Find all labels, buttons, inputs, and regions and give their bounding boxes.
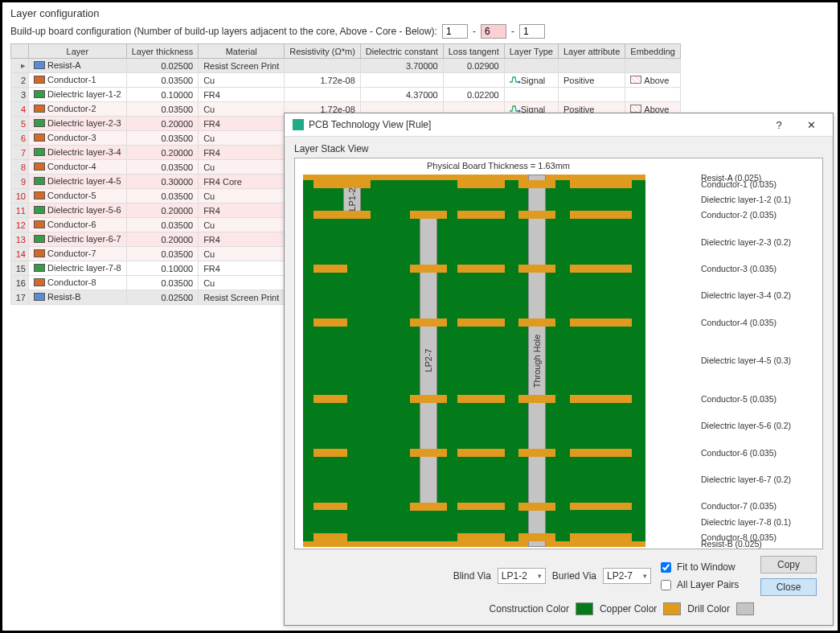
conductor-layer-icon — [34, 162, 45, 171]
resist-layer-icon — [34, 61, 45, 69]
copy-button[interactable]: Copy — [760, 556, 817, 573]
layer-material: Cu — [199, 73, 285, 88]
layer-name: Dielectric layer-5-6 — [47, 205, 121, 215]
layer-thickness: 0.03500 — [126, 247, 198, 261]
svg-point-0 — [518, 80, 520, 83]
resist-layer-icon — [34, 293, 45, 301]
above-input[interactable] — [442, 24, 468, 39]
col-header[interactable]: Layer thickness — [126, 44, 198, 59]
layer-name: Conductor-6 — [47, 220, 96, 229]
layer-thickness: 0.10000 — [126, 88, 198, 102]
table-row[interactable]: 3Dielectric layer-1-20.10000FR44.370000.… — [11, 88, 681, 102]
stack-layer-label: Dielectric layer-6-7 (0.2) — [701, 457, 817, 503]
copper-color-swatch[interactable] — [663, 602, 681, 615]
table-row[interactable]: ▸Resist-A0.02500Resist Screen Print3.700… — [11, 59, 681, 73]
dielectric-const — [360, 73, 443, 88]
below-input[interactable] — [519, 24, 545, 39]
layer-thickness: 0.03500 — [126, 131, 198, 146]
layer-material: FR4 — [199, 232, 285, 247]
layer-thickness: 0.03500 — [126, 189, 198, 203]
dielectric-layer-icon — [34, 206, 45, 214]
page-title: Layer configuration — [10, 7, 830, 19]
dielectric-layer-icon — [34, 90, 45, 98]
via-lp27: LP2-7 — [420, 211, 437, 510]
dielectric-const: 3.70000 — [360, 59, 443, 73]
row-index: 15 — [11, 261, 29, 276]
col-header[interactable]: Resistivity (Ω*m) — [285, 44, 361, 59]
buried-via-select[interactable]: LP2-7▾ — [603, 568, 651, 584]
layer-name: Dielectric layer-4-5 — [47, 176, 121, 186]
layer-thickness: 0.30000 — [126, 175, 198, 189]
row-index: 2 — [11, 73, 29, 88]
dialog-app-icon — [293, 119, 304, 130]
layer-material: FR4 — [199, 146, 285, 160]
stack-layer-label: Dielectric layer-2-3 (0.2) — [701, 219, 817, 265]
conductor-layer-icon — [34, 76, 45, 84]
layer-thickness: 0.03500 — [126, 73, 198, 88]
layer-name: Dielectric layer-3-4 — [47, 147, 121, 157]
layer-name: Conductor-7 — [47, 249, 96, 258]
fit-to-window-check[interactable]: Fit to Window — [658, 560, 736, 575]
layer-material: Cu — [199, 189, 285, 203]
embedding — [625, 88, 681, 102]
all-layer-pairs-check[interactable]: All Layer Pairs — [658, 578, 739, 593]
stack-layer-label: Dielectric layer-5-6 (0.2) — [701, 403, 817, 449]
stack-layer-label: Conductor-2 (0.035) — [701, 211, 817, 219]
embedding: Above — [625, 73, 681, 88]
layer-attr — [558, 59, 625, 73]
construction-color-label: Construction Color — [490, 603, 569, 615]
stack-layer-label: Conductor-5 (0.035) — [701, 395, 817, 403]
layer-name: Resist-B — [47, 292, 81, 302]
conductor-layer-icon — [34, 134, 45, 142]
conductor-layer-icon — [34, 278, 45, 286]
row-index: 13 — [11, 232, 29, 247]
stack-layer-label: Conductor-6 (0.035) — [701, 449, 817, 457]
col-header[interactable]: Embedding — [625, 44, 681, 59]
layer-attr: Positive — [558, 73, 625, 88]
layer-thickness: 0.20000 — [126, 146, 198, 160]
dielectric-layer-icon — [34, 119, 45, 127]
dielectric-layer-icon — [34, 177, 45, 185]
layer-name: Conductor-4 — [47, 162, 96, 171]
loss-tangent: 0.02900 — [443, 59, 504, 73]
dielectric-layer-icon — [34, 148, 45, 156]
stack-layer-label: Conductor-3 (0.035) — [701, 265, 817, 273]
row-index: 4 — [11, 102, 29, 117]
construction-color-swatch[interactable] — [576, 602, 593, 615]
layer-material: FR4 — [199, 117, 285, 131]
col-header[interactable]: Layer attribute — [558, 44, 625, 59]
config-label: Build-up board configuration (Number of … — [10, 26, 437, 37]
row-index: 9 — [11, 175, 29, 189]
layer-material: Cu — [199, 160, 285, 175]
layer-type — [504, 88, 558, 102]
blind-via-select[interactable]: LP1-2▾ — [498, 568, 546, 584]
layer-material: Cu — [199, 131, 285, 146]
layer-name: Conductor-2 — [47, 104, 96, 113]
stack-layer-label: Dielectric layer-4-5 (0.3) — [701, 327, 817, 395]
loss-tangent: 0.02200 — [443, 88, 504, 102]
conductor-layer-icon — [34, 220, 45, 228]
table-row[interactable]: 2Conductor-10.03500Cu1.72e-08SignalPosit… — [11, 73, 681, 88]
pcb-tech-view-dialog: PCB Technology View [Rule] ? ✕ Layer Sta… — [284, 113, 834, 626]
layer-type — [504, 59, 558, 73]
layer-name: Conductor-1 — [47, 75, 96, 84]
col-header[interactable]: Layer — [29, 44, 127, 59]
layer-thickness: 0.20000 — [126, 232, 198, 247]
col-header[interactable]: Layer Type — [504, 44, 558, 59]
close-button[interactable]: Close — [760, 578, 817, 596]
row-index: 11 — [11, 203, 29, 218]
row-index: 17 — [11, 290, 29, 305]
drill-color-swatch[interactable] — [736, 602, 754, 615]
buildup-config-row: Build-up board configuration (Number of … — [10, 24, 830, 39]
row-index: 8 — [11, 160, 29, 175]
help-button[interactable]: ? — [765, 117, 793, 133]
close-icon[interactable]: ✕ — [797, 117, 825, 133]
sep: - — [511, 26, 514, 37]
core-input[interactable] — [481, 24, 506, 39]
signal-icon — [510, 76, 521, 84]
col-header[interactable]: Material — [199, 44, 285, 59]
col-header[interactable]: Loss tangent — [443, 44, 504, 59]
dielectric-layer-icon — [34, 264, 45, 272]
buried-via-label: Buried Via — [552, 570, 596, 582]
col-header[interactable]: Dielectric constant — [360, 44, 443, 59]
